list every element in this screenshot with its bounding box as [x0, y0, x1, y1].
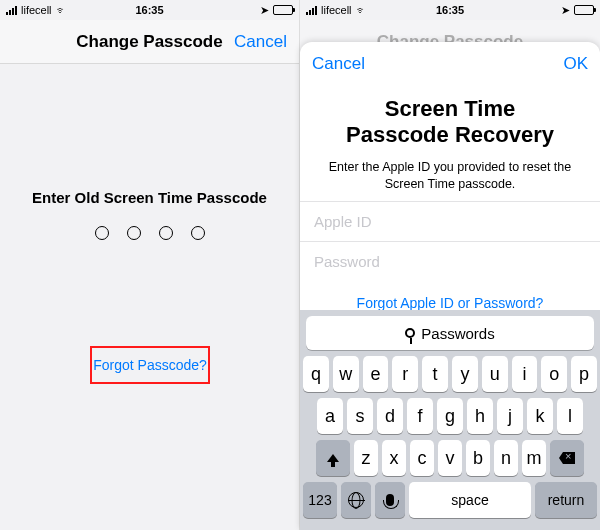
nav-title: Change Passcode	[76, 32, 222, 52]
key-b[interactable]: b	[466, 440, 490, 476]
sheet-title-line2: Passcode Recovery	[316, 122, 584, 148]
keyboard-row-4: 123 space return	[303, 482, 597, 518]
passcode-dot	[127, 226, 141, 240]
key-z[interactable]: z	[354, 440, 378, 476]
forgot-passcode-highlight: Forgot Passcode?	[90, 346, 210, 384]
location-icon: ➤	[260, 4, 269, 17]
status-time: 16:35	[135, 4, 163, 16]
wifi-icon: ᯤ	[56, 4, 67, 16]
cellular-signal-icon	[6, 6, 17, 15]
nav-bar: Change Passcode Cancel	[0, 20, 299, 64]
keyboard-row-3: zxcvbnm	[303, 440, 597, 476]
status-bar: lifecell ᯤ 16:35 ➤	[300, 0, 600, 20]
key-n[interactable]: n	[494, 440, 518, 476]
screen-change-passcode: lifecell ᯤ 16:35 ➤ Change Passcode Cance…	[0, 0, 300, 530]
globe-icon	[348, 492, 364, 508]
passcode-dot	[95, 226, 109, 240]
carrier-label: lifecell	[21, 4, 52, 16]
cellular-signal-icon	[306, 6, 317, 15]
keyboard: Passwords qwertyuiop asdfghjkl zxcvbnm 1…	[300, 310, 600, 530]
key-m[interactable]: m	[522, 440, 546, 476]
key-q[interactable]: q	[303, 356, 329, 392]
return-key[interactable]: return	[535, 482, 597, 518]
space-key[interactable]: space	[409, 482, 531, 518]
battery-icon	[574, 5, 594, 15]
mic-key[interactable]	[375, 482, 405, 518]
sheet-cancel-button[interactable]: Cancel	[300, 42, 377, 86]
backspace-key[interactable]	[550, 440, 584, 476]
cancel-button[interactable]: Cancel	[222, 20, 299, 64]
key-u[interactable]: u	[482, 356, 508, 392]
key-y[interactable]: y	[452, 356, 478, 392]
passwords-label: Passwords	[421, 325, 494, 342]
key-x[interactable]: x	[382, 440, 406, 476]
password-placeholder: Password	[314, 253, 380, 270]
key-r[interactable]: r	[392, 356, 418, 392]
key-h[interactable]: h	[467, 398, 493, 434]
backspace-icon	[559, 452, 575, 464]
wifi-icon: ᯤ	[356, 4, 367, 16]
key-t[interactable]: t	[422, 356, 448, 392]
key-i[interactable]: i	[512, 356, 538, 392]
key-p[interactable]: p	[571, 356, 597, 392]
forgot-passcode-link[interactable]: Forgot Passcode?	[93, 357, 207, 373]
password-field[interactable]: Password	[300, 241, 600, 281]
recovery-sheet: Cancel OK Screen Time Passcode Recovery …	[300, 42, 600, 530]
globe-key[interactable]	[341, 482, 371, 518]
sheet-nav: Cancel OK	[300, 42, 600, 86]
key-g[interactable]: g	[437, 398, 463, 434]
keyboard-row-1: qwertyuiop	[303, 356, 597, 392]
key-k[interactable]: k	[527, 398, 553, 434]
sheet-subtitle: Enter the Apple ID you provided to reset…	[316, 159, 584, 193]
keyboard-row-2: asdfghjkl	[303, 398, 597, 434]
carrier-label: lifecell	[321, 4, 352, 16]
shift-icon	[327, 454, 339, 462]
key-e[interactable]: e	[363, 356, 389, 392]
screen-passcode-recovery: lifecell ᯤ 16:35 ➤ Change Passcode Cance…	[300, 0, 600, 530]
apple-id-placeholder: Apple ID	[314, 213, 372, 230]
key-f[interactable]: f	[407, 398, 433, 434]
location-icon: ➤	[561, 4, 570, 17]
status-time: 16:35	[436, 4, 464, 16]
mic-icon	[386, 494, 394, 506]
passcode-dot	[191, 226, 205, 240]
status-bar: lifecell ᯤ 16:35 ➤	[0, 0, 299, 20]
sheet-ok-button[interactable]: OK	[551, 42, 600, 86]
battery-icon	[273, 5, 293, 15]
key-a[interactable]: a	[317, 398, 343, 434]
key-w[interactable]: w	[333, 356, 359, 392]
passcode-dots[interactable]	[0, 226, 299, 240]
key-s[interactable]: s	[347, 398, 373, 434]
passcode-prompt: Enter Old Screen Time Passcode	[0, 189, 299, 206]
key-l[interactable]: l	[557, 398, 583, 434]
apple-id-field[interactable]: Apple ID	[300, 201, 600, 241]
passwords-autofill-bar[interactable]: Passwords	[306, 316, 594, 350]
key-o[interactable]: o	[541, 356, 567, 392]
key-d[interactable]: d	[377, 398, 403, 434]
key-j[interactable]: j	[497, 398, 523, 434]
key-icon	[405, 328, 415, 338]
key-c[interactable]: c	[410, 440, 434, 476]
sheet-title-line1: Screen Time	[316, 96, 584, 122]
passcode-dot	[159, 226, 173, 240]
shift-key[interactable]	[316, 440, 350, 476]
numbers-key[interactable]: 123	[303, 482, 337, 518]
key-v[interactable]: v	[438, 440, 462, 476]
